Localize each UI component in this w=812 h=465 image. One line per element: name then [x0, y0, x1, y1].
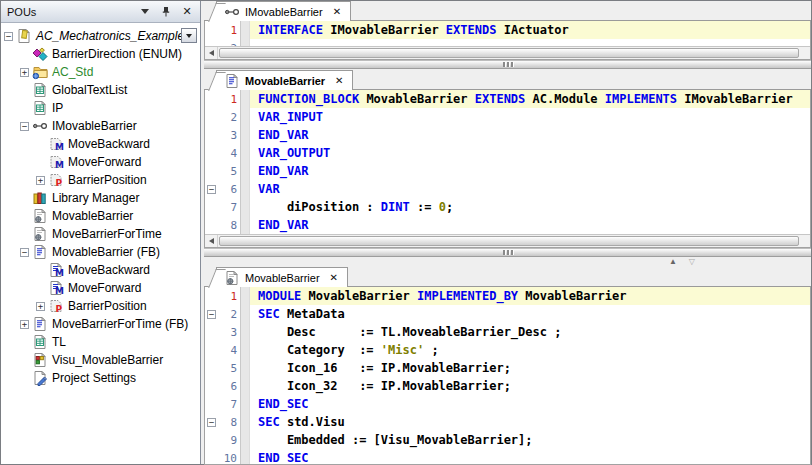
line-number: 2	[218, 39, 241, 46]
collapse-icon[interactable]: −	[207, 418, 216, 427]
tree-item-visu-movablebarrier[interactable]: Visu_MovableBarrier	[1, 351, 200, 369]
close-tab-icon[interactable]: ✕	[333, 6, 341, 17]
line-number: 8	[218, 413, 241, 431]
code-line: 6 Icon_32 := IP.MovableBarrier;	[205, 377, 810, 395]
tree-item-ac-std[interactable]: +AC_Std	[1, 63, 200, 81]
scrollbar-thumb[interactable]	[219, 48, 799, 58]
tree-item-moveforward[interactable]: MMoveForward	[1, 153, 200, 171]
tree-item-barrierposition[interactable]: +PBarrierPosition	[1, 297, 200, 315]
code-area[interactable]: 1MODULE MovableBarrier IMPLEMENTED_BY Mo…	[205, 287, 810, 464]
tree-item-ac-mechatronics-example[interactable]: −AC_Mechatronics_Example	[1, 27, 200, 45]
fold-margin	[205, 216, 218, 234]
tab-imovablebarrier[interactable]: IMovableBarrier✕	[216, 1, 351, 21]
close-icon[interactable]: ✕	[180, 5, 194, 19]
horizontal-scrollbar[interactable]	[205, 46, 810, 59]
tree-item-ip[interactable]: IP	[1, 99, 200, 117]
line-number: 9	[218, 431, 241, 449]
tree-item-label: MovableBarrier	[52, 208, 133, 224]
scroll-left-arrow-icon[interactable]	[205, 47, 218, 59]
fb-icon	[32, 244, 48, 260]
pane-splitter[interactable]	[204, 248, 811, 257]
property-icon: P	[48, 298, 64, 314]
collapse-icon[interactable]: −	[20, 248, 29, 257]
libmgr-icon	[32, 190, 48, 206]
method-icon: M	[48, 154, 64, 170]
gutter-strip	[241, 198, 250, 216]
scrollbar-thumb[interactable]	[219, 236, 799, 246]
collapse-icon[interactable]: −	[4, 32, 13, 41]
scrollbar-track[interactable]	[218, 47, 810, 59]
pou-tree: −AC_Mechatronics_ExampleBarrierDirection…	[1, 23, 200, 387]
code-line: −2SEC MetaData	[205, 305, 810, 323]
code-text: Embedded := [Visu_MovableBarrier];	[250, 431, 810, 449]
method-icon: M	[48, 136, 64, 152]
visu-icon	[32, 352, 48, 368]
collapse-up-icon[interactable]: ▲	[669, 257, 677, 266]
fold-margin	[205, 21, 218, 39]
expand-icon[interactable]: +	[20, 68, 29, 77]
fold-margin	[205, 359, 218, 377]
code-area[interactable]: 1INTERFACE IMovableBarrier EXTENDS IActu…	[205, 21, 810, 46]
tree-item-tl[interactable]: TL	[1, 333, 200, 351]
gutter-strip	[241, 431, 250, 449]
tree-item-moveforward[interactable]: MMoveForward	[1, 279, 200, 297]
editor-tab-bar: IMovableBarrier✕	[204, 0, 811, 21]
svg-text:M: M	[55, 286, 64, 296]
horizontal-scrollbar[interactable]	[205, 234, 810, 247]
fold-margin	[205, 287, 218, 305]
scroll-left-arrow-icon[interactable]	[205, 235, 218, 247]
tree-item-label: MovableBarrier (FB)	[52, 244, 160, 260]
tree-item-barrierposition[interactable]: +PBarrierPosition	[1, 171, 200, 189]
close-tab-icon[interactable]: ✕	[330, 272, 338, 283]
tree-item-movebackward[interactable]: MMoveBackward	[1, 135, 200, 153]
gutter-strip	[241, 305, 250, 323]
tab-label: MovableBarrier	[245, 75, 325, 87]
scrollbar-track[interactable]	[218, 235, 810, 247]
code-text: VAR	[250, 180, 810, 198]
line-number: 4	[218, 144, 241, 162]
collapse-icon[interactable]: −	[207, 310, 216, 319]
pane-splitter[interactable]	[204, 60, 811, 69]
tree-item-movebarrierfortime[interactable]: MoveBarrierForTime	[1, 225, 200, 243]
gutter-strip	[241, 449, 250, 464]
collapse-icon[interactable]: −	[20, 122, 29, 131]
close-tab-icon[interactable]: ✕	[335, 75, 343, 86]
tab-movablebarrier[interactable]: MovableBarrier✕	[216, 267, 348, 287]
line-number: 7	[218, 395, 241, 413]
tree-item-globaltextlist[interactable]: GlobalTextList	[1, 81, 200, 99]
code-editor: 1INTERFACE IMovableBarrier EXTENDS IActu…	[204, 21, 811, 60]
splitter-grip-icon	[503, 250, 513, 255]
code-line: 5END_VAR	[205, 162, 810, 180]
tree-item-label: BarrierPosition	[68, 298, 147, 314]
fold-margin	[205, 395, 218, 413]
tree-item-label: MoveBarrierForTime	[52, 226, 162, 242]
tree-item-movebackward[interactable]: MMoveBackward	[1, 261, 200, 279]
expand-icon[interactable]: +	[20, 320, 29, 329]
tree-root-dropdown-button[interactable]	[181, 28, 197, 43]
chevron-down-icon[interactable]	[138, 5, 152, 19]
panel-title: POUs	[7, 6, 131, 18]
collapse-icon[interactable]: −	[207, 185, 216, 194]
tree-item-library-manager[interactable]: Library Manager	[1, 189, 200, 207]
tab-movablebarrier[interactable]: MovableBarrier✕	[216, 70, 353, 90]
tree-item-barrierdirection-enum[interactable]: BarrierDirection (ENUM)	[1, 45, 200, 63]
tree-item-movablebarrier-fb[interactable]: −MovableBarrier (FB)	[1, 243, 200, 261]
expand-icon[interactable]: +	[36, 176, 45, 185]
code-line: −6VAR	[205, 180, 810, 198]
pin-icon[interactable]	[159, 5, 173, 19]
tree-item-imovablebarrier[interactable]: −IMovableBarrier	[1, 117, 200, 135]
textlist-icon	[32, 100, 48, 116]
ide-window: { "panel": { "title": "POUs" }, "ui": { …	[0, 0, 812, 465]
fold-margin: −	[205, 413, 218, 431]
expand-icon[interactable]: +	[36, 302, 45, 311]
tree-item-movablebarrier[interactable]: MovableBarrier	[1, 207, 200, 225]
tree-item-movebarrierfortime-fb[interactable]: +MoveBarrierForTime (FB)	[1, 315, 200, 333]
splitter-arrows: ▲▽	[204, 257, 811, 266]
enum-icon	[32, 46, 48, 62]
code-area[interactable]: 1FUNCTION_BLOCK MovableBarrier EXTENDS A…	[205, 90, 810, 234]
line-number: 6	[218, 377, 241, 395]
tree-item-project-settings[interactable]: Project Settings	[1, 369, 200, 387]
editor-pane: MovableBarrier✕1FUNCTION_BLOCK MovableBa…	[204, 69, 811, 248]
expand-down-icon[interactable]: ▽	[689, 257, 695, 266]
fold-margin	[205, 144, 218, 162]
